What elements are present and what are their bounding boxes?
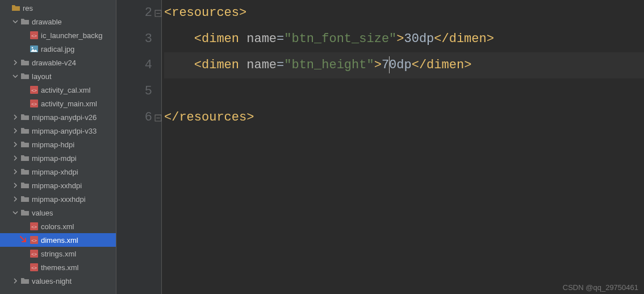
token-tag-br: < [164,6,172,20]
tree-item-label: layout [32,72,52,81]
svg-text:<>: <> [31,88,37,93]
fold-region-end-icon[interactable] [154,105,162,131]
folder-icon [20,181,30,190]
tree-item-label: ic_launcher_backg [41,31,102,40]
svg-text:<>: <> [31,33,37,39]
tree-item-res[interactable]: res [0,1,116,15]
chevron-right-icon[interactable] [11,181,19,189]
code-line[interactable]: </resources> [164,105,644,131]
folder-icon [20,58,30,67]
fold-region-start-icon[interactable] [154,0,162,26]
token-tag-br: > [464,58,471,72]
token-txt: 0dp [389,58,412,72]
xml-icon: <> [30,249,39,258]
image-icon [30,44,39,53]
chevron-right-icon[interactable] [11,140,19,148]
code-line[interactable]: <resources> [164,0,644,26]
tree-item-colors-xml[interactable]: <>colors.xml [0,220,116,233]
token-tag-br: > [374,58,382,72]
tree-item-label: mipmap-xxxhdpi [32,195,86,204]
token-tag-name: dimen [449,32,487,46]
tree-item-drawable[interactable]: drawable [0,15,116,28]
gutter: 23456 [116,0,162,294]
token-txt: 30dp [404,32,434,46]
folder-icon [20,140,30,149]
tree-item-drawable-v24[interactable]: drawable-v24 [0,56,116,69]
tree-item-mipmap-xxhdpi[interactable]: mipmap-xxhdpi [0,179,116,192]
chevron-down-icon[interactable] [11,18,19,26]
svg-point-3 [32,47,34,49]
tree-item-mipmap-xxxhdpi[interactable]: mipmap-xxxhdpi [0,192,116,206]
tree-item-mipmap-anydpi-v26[interactable]: mipmap-anydpi-v26 [0,110,116,124]
token-txt: 7 [382,58,389,72]
token-tag-name: resources [179,110,246,125]
chevron-down-icon[interactable] [11,72,19,80]
folder-open-icon [20,17,30,26]
chevron-right-icon[interactable] [11,59,19,67]
code-line[interactable]: <dimen name="btn_height">70dp</dimen> [164,52,644,78]
token-attr: name [246,58,277,72]
token-str: "btn_height" [284,58,374,72]
svg-text:<>: <> [31,265,37,271]
tree-item-activity-cal-xml[interactable]: <>activity_cal.xml [0,83,116,97]
token-tag-br: </ [434,32,449,46]
tree-item-label: res [23,4,33,13]
token-tag-br: > [487,32,494,46]
token-tag-name: dimen [202,32,246,46]
tree-item-values[interactable]: values [0,206,116,220]
chevron-down-icon[interactable] [11,209,19,217]
tree-item-ic-launcher-backg[interactable]: <>ic_launcher_backg [0,28,116,42]
token-tag-br: > [396,32,404,46]
token-tag-br: < [194,58,202,72]
token-tag-br: </ [164,110,179,125]
code-line[interactable]: <dimen name="btn_font_size">30dp</dimen> [164,26,644,52]
tree-item-label: activity_cal.xml [41,86,90,94]
svg-text:<>: <> [31,224,37,230]
chevron-right-icon[interactable] [11,277,19,285]
tree-item-label: colors.xml [41,222,74,231]
token-eq: = [277,58,284,72]
tree-item-mipmap-xhdpi[interactable]: mipmap-xhdpi [0,165,116,179]
tree-item-label: radical.jpg [41,45,74,53]
tree-item-label: drawable [32,18,62,26]
code-line[interactable] [164,78,644,105]
tree-item-label: mipmap-xhdpi [32,168,78,176]
token-tag-br: > [246,110,254,125]
chevron-right-icon[interactable] [11,154,19,162]
code-editor[interactable]: 23456 <resources> <dimen name="btn_font_… [116,0,644,294]
chevron-right-icon[interactable] [11,168,19,176]
tree-item-mipmap-mdpi[interactable]: mipmap-mdpi [0,151,116,165]
token-tag-br: </ [412,58,426,72]
project-tree[interactable]: resdrawable<>ic_launcher_backgradical.jp… [0,0,116,294]
xml-icon: <> [30,222,39,231]
tree-item-layout[interactable]: layout [0,69,116,83]
tree-item-radical-jpg[interactable]: radical.jpg [0,42,116,56]
tree-item-dimens-xml[interactable]: <>dimens.xml [0,233,116,247]
tree-item-mipmap-hdpi[interactable]: mipmap-hdpi [0,138,116,151]
xml-icon: <> [30,99,39,108]
folder-icon [20,194,30,204]
tree-item-activity-main-xml[interactable]: <>activity_main.xml [0,97,116,110]
token-tag-br: < [194,32,202,46]
chevron-right-icon[interactable] [11,195,19,203]
tree-item-strings-xml[interactable]: <>strings.xml [0,247,116,260]
tree-item-themes-xml[interactable]: <>themes.xml [0,260,116,274]
line-number: 6 [116,105,152,131]
tree-item-mipmap-anydpi-v33[interactable]: mipmap-anydpi-v33 [0,124,116,138]
watermark-text: CSDN @qq_29750461 [563,283,638,292]
tree-item-label: mipmap-xxhdpi [32,181,82,190]
chevron-right-icon[interactable] [11,113,19,121]
tree-item-label: mipmap-anydpi-v33 [32,127,97,135]
token-txt [164,32,194,46]
folder-open-icon [11,3,20,13]
tree-item-label: drawable-v24 [32,59,76,67]
xml-icon: <> [30,31,39,40]
folder-icon [20,167,30,176]
xml-icon: <> [30,235,39,245]
folder-open-icon [20,208,30,217]
chevron-right-icon[interactable] [11,127,19,135]
line-number: 5 [116,78,152,105]
code-area[interactable]: <resources> <dimen name="btn_font_size">… [162,0,644,294]
tree-item-values-night[interactable]: values-night [0,274,116,288]
tree-item-label: values-night [32,277,72,285]
